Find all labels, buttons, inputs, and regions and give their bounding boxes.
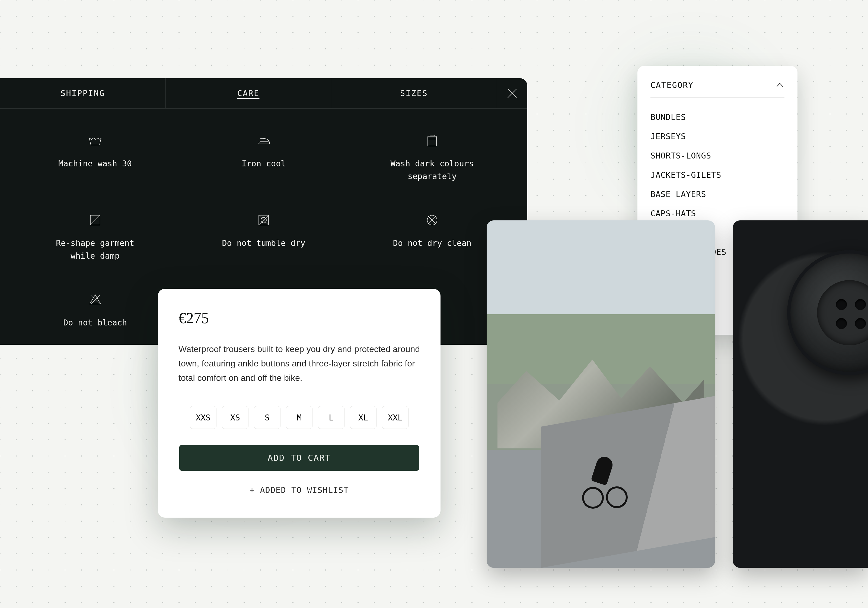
category-title: CATEGORY <box>651 80 694 90</box>
size-option[interactable]: XS <box>222 406 248 429</box>
care-item: Machine wash 30 <box>11 133 179 183</box>
size-option[interactable]: XL <box>350 406 377 429</box>
detail-photo-button: vélobici <box>733 221 868 568</box>
no-bleach-icon <box>88 292 103 307</box>
close-icon <box>506 87 518 100</box>
category-item[interactable]: BUNDLES <box>651 107 784 127</box>
no-tumble-icon <box>256 213 271 228</box>
iron-cool-icon <box>256 133 271 148</box>
tab-care[interactable]: CARE <box>166 78 332 108</box>
tab-label: SIZES <box>400 89 428 98</box>
chevron-up-icon <box>775 81 784 90</box>
care-item: Wash dark colours separately <box>348 133 516 183</box>
size-option[interactable]: S <box>254 406 281 429</box>
care-label: Do not tumble dry <box>222 237 305 250</box>
close-button[interactable] <box>497 78 527 108</box>
add-to-cart-button[interactable]: ADD TO CART <box>179 445 419 471</box>
lifestyle-photo-cyclist <box>487 221 715 568</box>
size-option[interactable]: L <box>318 406 344 429</box>
care-item: Do not tumble dry <box>179 213 348 262</box>
category-item[interactable]: JERSEYS <box>651 127 784 146</box>
care-tabs: SHIPPING CARE SIZES <box>0 78 527 109</box>
category-item[interactable]: BASE LAYERS <box>651 185 784 204</box>
tab-label: CARE <box>237 89 260 98</box>
tab-shipping[interactable]: SHIPPING <box>0 78 166 108</box>
product-description: Waterproof trousers built to keep you dr… <box>178 342 420 385</box>
category-toggle[interactable]: CATEGORY <box>651 80 784 98</box>
category-item[interactable]: JACKETS-GILETS <box>651 165 784 185</box>
care-label: Wash dark colours separately <box>381 157 484 183</box>
price: €275 <box>178 309 420 327</box>
care-label: Iron cool <box>242 157 286 170</box>
wash-30-icon <box>88 133 103 148</box>
size-option[interactable]: M <box>286 406 313 429</box>
no-dryclean-icon <box>425 213 440 228</box>
care-label: Do not dry clean <box>393 237 471 250</box>
care-item: Iron cool <box>179 133 348 183</box>
product-card: €275 Waterproof trousers built to keep y… <box>158 289 440 518</box>
size-option[interactable]: XXL <box>382 406 409 429</box>
category-item[interactable]: SHORTS-LONGS <box>651 146 784 165</box>
wash-dark-icon <box>425 133 440 148</box>
care-label: Do not bleach <box>63 317 127 329</box>
size-selector: XXS XS S M L XL XXL <box>178 406 420 429</box>
wishlist-toggle[interactable]: + ADDED TO WISHLIST <box>178 485 420 495</box>
tab-sizes[interactable]: SIZES <box>331 78 497 108</box>
care-item: Re-shape garment while damp <box>11 213 179 262</box>
svg-text:vélobici: vélobici <box>865 258 868 329</box>
brand-mark: vélobici <box>787 250 868 375</box>
care-label: Re-shape garment while damp <box>44 237 147 262</box>
care-label: Machine wash 30 <box>58 157 132 170</box>
care-item: Do not bleach <box>11 292 179 329</box>
reshape-icon <box>88 213 103 228</box>
size-option[interactable]: XXS <box>190 406 217 429</box>
svg-rect-2 <box>428 136 436 146</box>
tab-label: SHIPPING <box>60 89 105 98</box>
